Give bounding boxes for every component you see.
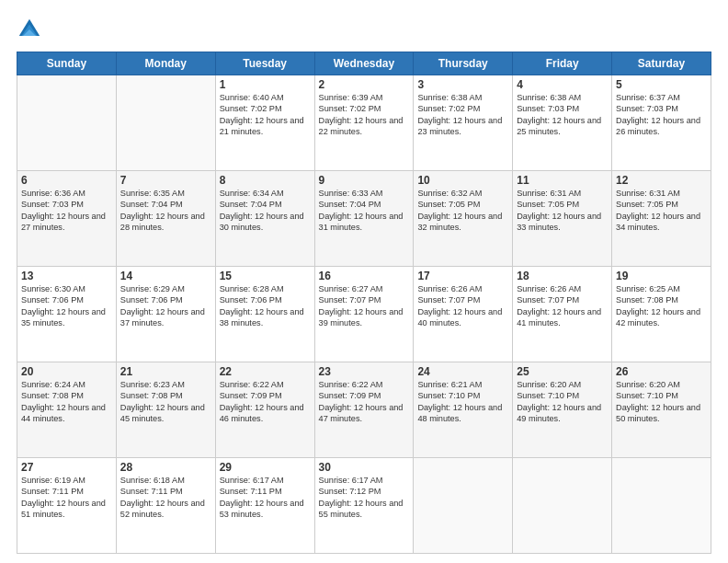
calendar-day-header: Tuesday — [215, 52, 314, 75]
calendar-cell: 17Sunrise: 6:26 AM Sunset: 7:07 PM Dayli… — [414, 267, 513, 362]
day-info: Sunrise: 6:17 AM Sunset: 7:11 PM Dayligh… — [220, 475, 311, 521]
day-info: Sunrise: 6:38 AM Sunset: 7:02 PM Dayligh… — [417, 92, 508, 138]
day-info: Sunrise: 6:28 AM Sunset: 7:06 PM Dayligh… — [220, 283, 311, 329]
logo-icon — [17, 17, 42, 42]
calendar-cell — [513, 458, 612, 554]
calendar-cell: 30Sunrise: 6:17 AM Sunset: 7:12 PM Dayli… — [314, 458, 414, 554]
calendar-week-row: 6Sunrise: 6:36 AM Sunset: 7:03 PM Daylig… — [17, 171, 711, 267]
day-info: Sunrise: 6:20 AM Sunset: 7:10 PM Dayligh… — [616, 379, 707, 425]
calendar-cell: 23Sunrise: 6:22 AM Sunset: 7:09 PM Dayli… — [314, 362, 414, 458]
calendar-week-row: 20Sunrise: 6:24 AM Sunset: 7:08 PM Dayli… — [17, 362, 711, 458]
calendar-table: SundayMondayTuesdayWednesdayThursdayFrid… — [17, 52, 711, 554]
day-info: Sunrise: 6:38 AM Sunset: 7:03 PM Dayligh… — [517, 92, 608, 138]
day-number: 16 — [319, 270, 410, 282]
day-info: Sunrise: 6:31 AM Sunset: 7:05 PM Dayligh… — [616, 188, 707, 234]
day-number: 22 — [220, 365, 311, 378]
day-number: 17 — [417, 270, 508, 282]
day-number: 20 — [21, 365, 112, 378]
day-info: Sunrise: 6:20 AM Sunset: 7:10 PM Dayligh… — [517, 379, 608, 425]
day-info: Sunrise: 6:29 AM Sunset: 7:06 PM Dayligh… — [120, 283, 211, 329]
day-info: Sunrise: 6:32 AM Sunset: 7:05 PM Dayligh… — [417, 188, 508, 234]
calendar-week-row: 27Sunrise: 6:19 AM Sunset: 7:11 PM Dayli… — [17, 458, 711, 554]
calendar-cell: 12Sunrise: 6:31 AM Sunset: 7:05 PM Dayli… — [612, 171, 711, 267]
day-number: 13 — [21, 270, 112, 282]
day-number: 6 — [21, 174, 112, 187]
calendar-cell: 22Sunrise: 6:22 AM Sunset: 7:09 PM Dayli… — [215, 362, 314, 458]
day-info: Sunrise: 6:34 AM Sunset: 7:04 PM Dayligh… — [220, 188, 311, 234]
calendar-cell: 26Sunrise: 6:20 AM Sunset: 7:10 PM Dayli… — [612, 362, 711, 458]
calendar-header-row: SundayMondayTuesdayWednesdayThursdayFrid… — [17, 52, 711, 75]
calendar-cell: 6Sunrise: 6:36 AM Sunset: 7:03 PM Daylig… — [17, 171, 117, 267]
calendar-cell: 24Sunrise: 6:21 AM Sunset: 7:10 PM Dayli… — [414, 362, 513, 458]
calendar-cell — [414, 458, 513, 554]
day-number: 4 — [517, 78, 608, 91]
day-number: 11 — [517, 174, 608, 187]
calendar-cell: 5Sunrise: 6:37 AM Sunset: 7:03 PM Daylig… — [612, 75, 711, 171]
calendar-cell: 7Sunrise: 6:35 AM Sunset: 7:04 PM Daylig… — [116, 171, 215, 267]
calendar-cell: 1Sunrise: 6:40 AM Sunset: 7:02 PM Daylig… — [215, 75, 314, 171]
calendar-cell: 18Sunrise: 6:26 AM Sunset: 7:07 PM Dayli… — [513, 267, 612, 362]
day-number: 30 — [319, 461, 410, 474]
day-info: Sunrise: 6:40 AM Sunset: 7:02 PM Dayligh… — [220, 92, 311, 138]
day-number: 14 — [120, 270, 211, 282]
calendar-day-header: Wednesday — [314, 52, 414, 75]
day-number: 21 — [120, 365, 211, 378]
calendar-cell: 9Sunrise: 6:33 AM Sunset: 7:04 PM Daylig… — [314, 171, 414, 267]
calendar-cell: 20Sunrise: 6:24 AM Sunset: 7:08 PM Dayli… — [17, 362, 117, 458]
day-info: Sunrise: 6:27 AM Sunset: 7:07 PM Dayligh… — [319, 283, 410, 329]
day-info: Sunrise: 6:39 AM Sunset: 7:02 PM Dayligh… — [319, 92, 410, 138]
day-number: 28 — [120, 461, 211, 474]
calendar-cell — [17, 75, 117, 171]
calendar-cell: 19Sunrise: 6:25 AM Sunset: 7:08 PM Dayli… — [612, 267, 711, 362]
calendar-week-row: 1Sunrise: 6:40 AM Sunset: 7:02 PM Daylig… — [17, 75, 711, 171]
day-info: Sunrise: 6:35 AM Sunset: 7:04 PM Dayligh… — [120, 188, 211, 234]
day-number: 3 — [417, 78, 508, 91]
day-info: Sunrise: 6:26 AM Sunset: 7:07 PM Dayligh… — [517, 283, 608, 329]
calendar-day-header: Saturday — [612, 52, 711, 75]
calendar-week-row: 13Sunrise: 6:30 AM Sunset: 7:06 PM Dayli… — [17, 267, 711, 362]
day-info: Sunrise: 6:37 AM Sunset: 7:03 PM Dayligh… — [616, 92, 707, 138]
logo — [17, 17, 48, 42]
day-info: Sunrise: 6:31 AM Sunset: 7:05 PM Dayligh… — [517, 188, 608, 234]
day-info: Sunrise: 6:33 AM Sunset: 7:04 PM Dayligh… — [319, 188, 410, 234]
day-info: Sunrise: 6:19 AM Sunset: 7:11 PM Dayligh… — [21, 475, 112, 521]
calendar-day-header: Friday — [513, 52, 612, 75]
calendar-day-header: Sunday — [17, 52, 117, 75]
day-info: Sunrise: 6:36 AM Sunset: 7:03 PM Dayligh… — [21, 188, 112, 234]
calendar-cell: 2Sunrise: 6:39 AM Sunset: 7:02 PM Daylig… — [314, 75, 414, 171]
day-info: Sunrise: 6:22 AM Sunset: 7:09 PM Dayligh… — [220, 379, 311, 425]
day-number: 10 — [417, 174, 508, 187]
calendar-cell: 15Sunrise: 6:28 AM Sunset: 7:06 PM Dayli… — [215, 267, 314, 362]
day-number: 1 — [220, 78, 311, 91]
day-number: 5 — [616, 78, 707, 91]
calendar-cell: 29Sunrise: 6:17 AM Sunset: 7:11 PM Dayli… — [215, 458, 314, 554]
calendar-cell — [612, 458, 711, 554]
day-number: 26 — [616, 365, 707, 378]
day-info: Sunrise: 6:22 AM Sunset: 7:09 PM Dayligh… — [319, 379, 410, 425]
day-info: Sunrise: 6:25 AM Sunset: 7:08 PM Dayligh… — [616, 283, 707, 329]
day-number: 15 — [220, 270, 311, 282]
day-number: 7 — [120, 174, 211, 187]
page: SundayMondayTuesdayWednesdayThursdayFrid… — [0, 0, 728, 563]
calendar-cell: 16Sunrise: 6:27 AM Sunset: 7:07 PM Dayli… — [314, 267, 414, 362]
calendar-day-header: Thursday — [414, 52, 513, 75]
day-info: Sunrise: 6:18 AM Sunset: 7:11 PM Dayligh… — [120, 475, 211, 521]
day-number: 27 — [21, 461, 112, 474]
day-number: 2 — [319, 78, 410, 91]
day-number: 19 — [616, 270, 707, 282]
calendar-cell: 27Sunrise: 6:19 AM Sunset: 7:11 PM Dayli… — [17, 458, 117, 554]
calendar-cell: 25Sunrise: 6:20 AM Sunset: 7:10 PM Dayli… — [513, 362, 612, 458]
day-info: Sunrise: 6:30 AM Sunset: 7:06 PM Dayligh… — [21, 283, 112, 329]
day-number: 29 — [220, 461, 311, 474]
day-number: 24 — [417, 365, 508, 378]
day-number: 25 — [517, 365, 608, 378]
day-number: 9 — [319, 174, 410, 187]
header — [17, 17, 711, 42]
calendar-cell — [116, 75, 215, 171]
day-info: Sunrise: 6:17 AM Sunset: 7:12 PM Dayligh… — [319, 475, 410, 521]
day-info: Sunrise: 6:23 AM Sunset: 7:08 PM Dayligh… — [120, 379, 211, 425]
day-number: 23 — [319, 365, 410, 378]
calendar-day-header: Monday — [116, 52, 215, 75]
calendar-cell: 28Sunrise: 6:18 AM Sunset: 7:11 PM Dayli… — [116, 458, 215, 554]
calendar-cell: 4Sunrise: 6:38 AM Sunset: 7:03 PM Daylig… — [513, 75, 612, 171]
